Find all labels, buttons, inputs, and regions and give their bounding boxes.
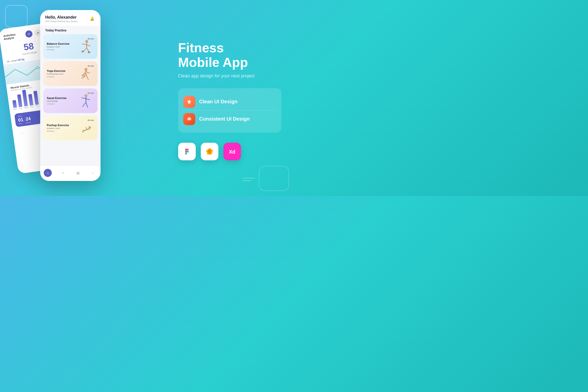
notification-bell-icon[interactable]: 🔔	[88, 15, 95, 22]
min-weight-value: 50 kg	[18, 58, 25, 61]
squat-card-info: Squat Exercise Intermediate 12 Items	[47, 96, 76, 105]
svg-rect-27	[185, 151, 187, 153]
minute-unit: Minute	[25, 121, 31, 124]
nav-home-icon[interactable]: ⌂	[19, 130, 25, 136]
svg-line-19	[86, 127, 87, 129]
greeting-text: Hello, Alexander	[45, 15, 77, 20]
title-line2: Mobile App	[178, 55, 281, 70]
hour-unit: Hour	[19, 122, 23, 125]
main-title: Fitness Mobile App	[178, 41, 281, 69]
yoga-card-info: Yoga Exercise Professional Level 10 Item…	[47, 69, 76, 78]
squat-exercise-name: Squat Exercise	[47, 96, 76, 100]
balance-exercise-name: Balance Exercise	[47, 42, 76, 45]
pushup-exercise-name: Pushup Exercise	[47, 124, 76, 127]
activities-title: Activities Analyze	[3, 31, 26, 40]
svg-point-17	[88, 126, 91, 129]
feature-consistent-ui: Consistent UI Design	[183, 110, 276, 128]
left-section: Activities Analyze ⟳ ⇄ ○ 58 Current Weig…	[0, 0, 171, 196]
yoga-exercise-duration: 15 min	[88, 65, 94, 67]
deco-bottom-right-shape	[259, 166, 289, 191]
front-phone: Hello, Alexander Don't forget finished y…	[40, 10, 101, 181]
svg-rect-29	[185, 153, 187, 155]
phone-header-row: Hello, Alexander Don't forget finished y…	[45, 15, 95, 23]
svg-line-4	[82, 44, 87, 45]
deco-lines-right	[242, 178, 255, 181]
pushup-exercise-level: Amateur Level	[47, 127, 76, 129]
squat-exercise-duration: 10 min	[88, 92, 94, 94]
exercise-cards-list: Balance Exercise Amateur Level 20 Items …	[40, 34, 101, 160]
phone-nav: ⌂ ↗ ▦ ○	[40, 166, 101, 181]
sketch-tool-icon	[201, 143, 218, 160]
svg-line-6	[83, 48, 87, 52]
svg-line-16	[86, 102, 88, 107]
svg-point-9	[88, 51, 90, 53]
phone-header: Hello, Alexander Don't forget finished y…	[40, 10, 101, 26]
squat-exercise-level: Intermediate	[47, 100, 76, 102]
yoga-exercise-items: 10 Items	[47, 76, 76, 78]
balance-exercise-image	[76, 38, 94, 55]
yoga-exercise-card[interactable]: Yoga Exercise Professional Level 10 Item…	[43, 61, 97, 86]
svg-line-15	[83, 102, 86, 107]
bar-mon: Mon	[12, 100, 17, 110]
svg-point-11	[84, 94, 87, 97]
squat-exercise-card[interactable]: Squat Exercise Intermediate 12 Items 10 …	[43, 88, 97, 113]
svg-text:Xd: Xd	[229, 149, 235, 155]
bar-fri: Fri	[33, 91, 39, 107]
pushup-exercise-image	[76, 119, 94, 137]
figma-tool-icon	[178, 143, 196, 160]
svg-rect-25	[185, 149, 187, 151]
consistent-ui-icon	[183, 113, 195, 125]
time-section: Time 01 : 24 Hour Minute	[18, 114, 31, 125]
nav-home-active[interactable]: ⌂	[44, 169, 52, 177]
clean-ui-icon	[183, 96, 195, 108]
nav-profile-inactive[interactable]: ○	[89, 169, 97, 177]
features-container: Clean UI Design Consistent UI Design	[178, 88, 281, 133]
pushup-exercise-duration: 25 min	[88, 119, 94, 121]
bar-tue: Tue	[17, 94, 23, 109]
squat-exercise-items: 12 Items	[47, 103, 76, 105]
balance-exercise-items: 20 Items	[47, 48, 76, 51]
yoga-exercise-level: Professional Level	[47, 73, 76, 75]
greeting-section: Hello, Alexander Don't forget finished y…	[45, 15, 77, 23]
pushup-exercise-card[interactable]: Pushup Exercise Amateur Level 20 Items 2…	[43, 116, 97, 140]
activity-icon: ⟳	[25, 30, 33, 38]
greeting-subtitle: Don't forget finished your fitness	[45, 20, 77, 23]
title-line1: Fitness	[178, 41, 281, 55]
yoga-exercise-image	[76, 65, 94, 82]
balance-card-info: Balance Exercise Amateur Level 20 Items	[47, 42, 76, 51]
svg-point-8	[81, 51, 84, 53]
yoga-exercise-name: Yoga Exercise	[47, 69, 76, 72]
main-layout: Activities Analyze ⟳ ⇄ ○ 58 Current Weig…	[0, 0, 294, 196]
balance-exercise-level: Amateur Level	[47, 46, 76, 48]
consistent-ui-label: Consistent UI Design	[199, 116, 250, 122]
balance-exercise-card[interactable]: Balance Exercise Amateur Level 20 Items …	[43, 34, 97, 59]
svg-marker-24	[187, 117, 191, 119]
svg-rect-26	[187, 149, 189, 151]
svg-point-10	[84, 68, 87, 71]
squat-exercise-image	[76, 92, 94, 110]
nav-chart-inactive[interactable]: ↗	[59, 169, 67, 177]
svg-line-13	[82, 98, 86, 99]
feature-clean-ui: Clean UI Design	[183, 93, 276, 110]
pushup-card-info: Pushup Exercise Amateur Level 20 Items	[47, 124, 76, 132]
adobe-xd-tool-icon: Xd	[223, 143, 241, 160]
svg-point-2	[85, 40, 88, 43]
clean-ui-label: Clean UI Design	[199, 99, 237, 105]
svg-rect-28	[187, 151, 189, 153]
svg-rect-23	[187, 119, 191, 120]
pushup-exercise-items: 20 Items	[47, 130, 76, 132]
tools-row: Xd	[178, 143, 281, 160]
main-subtitle: Clean app design for your next project	[178, 73, 274, 79]
balance-exercise-duration: 25 min	[88, 38, 94, 40]
svg-line-14	[86, 99, 90, 100]
today-practice-title: Today Practice	[40, 26, 101, 34]
svg-line-5	[87, 45, 90, 46]
bar-wed: Wed	[22, 90, 28, 109]
minute-value: 24	[25, 116, 31, 122]
hour-value: 01	[18, 117, 24, 123]
bar-thu: Thu	[28, 94, 34, 108]
nav-calendar-inactive[interactable]: ▦	[74, 169, 82, 177]
